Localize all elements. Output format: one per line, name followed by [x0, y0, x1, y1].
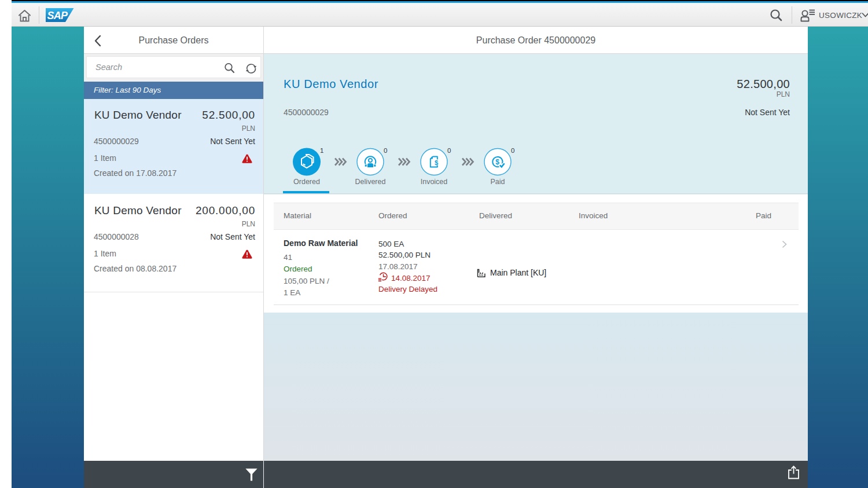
svg-text:SAP: SAP — [47, 10, 68, 21]
svg-text:$: $ — [435, 159, 438, 166]
svg-text:$: $ — [495, 158, 499, 166]
